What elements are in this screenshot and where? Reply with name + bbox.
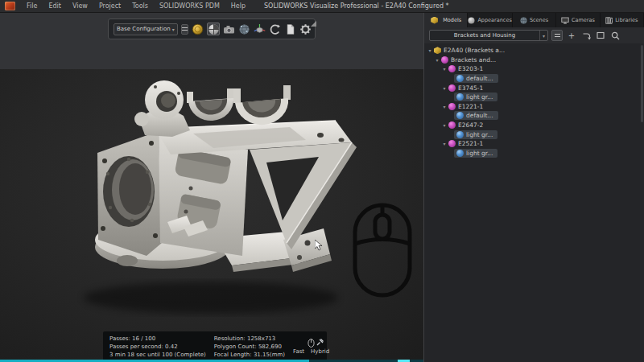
tree-item-appearance[interactable]: light gr... <box>424 130 644 139</box>
cameras-monitor-icon <box>561 17 569 24</box>
tree-item-root[interactable]: ▾ E2A40 (Brackets a... <box>424 46 644 56</box>
camera-icon[interactable] <box>223 23 235 35</box>
tree-item-part[interactable]: ▾ E2521-1 <box>424 139 644 149</box>
menu-edit[interactable]: Edit <box>48 2 61 10</box>
stats-passes-column: Passes: 16 / 100 Passes per second: 0.42… <box>109 335 206 359</box>
move-tool-icon[interactable] <box>254 23 266 35</box>
model-set-dropdown[interactable]: Brackets and Housing ▾ <box>429 30 548 41</box>
selected-appearance[interactable]: default... <box>454 111 498 120</box>
appearances-sphere-icon <box>468 17 475 24</box>
tab-libraries[interactable]: Libraries <box>601 13 644 27</box>
tree-item-part[interactable]: ▾ E3203-1 <box>424 64 644 74</box>
appearance-sphere-icon <box>456 112 464 119</box>
menu-view[interactable]: View <box>72 2 88 10</box>
panel-scrollbar[interactable] <box>640 43 644 362</box>
part-sphere-icon <box>448 65 456 72</box>
app-icon <box>5 2 15 10</box>
appearance-ball-icon[interactable] <box>192 23 204 35</box>
window-title: SOLIDWORKS Visualize Professional - E2A4… <box>264 2 449 10</box>
configuration-value: Base Configuration <box>117 26 171 32</box>
toolbar-detach-arrow-icon[interactable] <box>311 14 316 30</box>
toolbar-strip: Base Configuration ▾ <box>0 13 423 69</box>
split-sphere-tool-icon[interactable] <box>207 23 220 35</box>
appearance-sphere-icon <box>456 93 464 101</box>
menu-file[interactable]: File <box>27 2 37 10</box>
menu-tools[interactable]: Tools <box>132 2 148 10</box>
copy-to-set-button[interactable] <box>580 30 592 41</box>
expand-arrow-icon[interactable]: ▾ <box>441 66 448 72</box>
stat-polygon-count: Polygon Count: 582,690 <box>214 343 285 351</box>
menu-solidworks-pdm[interactable]: SOLIDWORKS PDM <box>159 2 220 10</box>
tree-item-part[interactable]: ▾ E2647-2 <box>424 121 644 130</box>
appearance-sphere-icon <box>456 75 464 82</box>
environment-globe-icon[interactable] <box>238 23 250 35</box>
libraries-books-icon <box>605 17 613 24</box>
mini-mouse-icon <box>308 339 315 348</box>
tree-item-part[interactable]: ▾ E1221-1 <box>424 102 644 112</box>
snapshot-page-icon[interactable] <box>284 23 296 35</box>
palette-tabs: Models Appearances Scenes Cameras Librar… <box>424 13 644 27</box>
rotate-view-icon[interactable] <box>269 23 281 35</box>
render-settings-gear-icon[interactable] <box>299 23 312 35</box>
appearance-sphere-icon <box>456 150 464 157</box>
part-sphere-icon <box>448 103 456 110</box>
stat-resolution: Resolution: 1258x713 <box>214 335 285 343</box>
model-sets-menu-button[interactable] <box>551 30 563 41</box>
chevron-down-icon: ▾ <box>172 27 175 32</box>
menu-project[interactable]: Project <box>99 2 121 10</box>
expand-arrow-icon[interactable]: ▾ <box>441 141 448 146</box>
search-button[interactable] <box>609 30 621 41</box>
tree-item-appearance[interactable]: light gr... <box>424 149 644 158</box>
mouse-hint-icon <box>352 202 413 298</box>
model-tree: ▾ E2A40 (Brackets a... ▾ Brackets and...… <box>424 43 644 362</box>
add-model-set-button[interactable]: + <box>566 30 577 41</box>
menu-help[interactable]: Help <box>231 2 246 10</box>
tree-item-group[interactable]: ▾ Brackets and... <box>424 56 644 65</box>
right-panel: Models Appearances Scenes Cameras Librar… <box>423 13 644 362</box>
expand-arrow-icon[interactable]: ▾ <box>434 57 440 63</box>
tab-appearances[interactable]: Appearances <box>468 13 512 27</box>
mouse-cursor <box>315 240 323 251</box>
tree-item-appearance[interactable]: light gr... <box>424 93 644 102</box>
appearance-sphere-icon <box>456 131 464 138</box>
selected-appearance[interactable]: light gr... <box>454 93 497 101</box>
tree-item-appearance[interactable]: default... <box>424 111 644 121</box>
model-set-value: Brackets and Housing <box>430 32 539 39</box>
render-mode-fast[interactable]: Fast <box>293 348 304 356</box>
part-sphere-icon <box>448 140 456 147</box>
selected-appearance[interactable]: default... <box>454 74 498 83</box>
stats-scene-column: Resolution: 1258x713 Polygon Count: 582,… <box>214 335 285 359</box>
configuration-options-button[interactable] <box>181 24 188 35</box>
scenes-globe-icon <box>520 17 527 24</box>
expand-arrow-icon[interactable]: ▾ <box>441 122 448 128</box>
pin-icon[interactable] <box>316 334 324 349</box>
menu-bar: File Edit View Project Tools SOLIDWORKS … <box>0 0 644 13</box>
tab-models[interactable]: Models <box>424 13 468 27</box>
expand-arrow-icon[interactable]: ▾ <box>441 85 448 91</box>
chevron-down-icon: ▾ <box>539 31 547 40</box>
models-cube-icon <box>431 17 438 24</box>
render-mode-column: Fast Hybrid <box>293 335 329 359</box>
stat-passes-per-second: Passes per second: 0.42 <box>109 343 206 351</box>
main-area: Base Configuration ▾ <box>0 13 423 362</box>
tree-item-appearance[interactable]: default... <box>424 74 644 84</box>
new-folder-button[interactable] <box>595 30 606 41</box>
selected-appearance[interactable]: light gr... <box>454 149 497 158</box>
model-sets-row: Brackets and Housing ▾ + <box>424 27 644 43</box>
stat-passes: Passes: 16 / 100 <box>109 335 206 343</box>
configuration-dropdown[interactable]: Base Configuration ▾ <box>114 23 178 35</box>
tab-scenes[interactable]: Scenes <box>513 13 556 27</box>
part-sphere-icon <box>448 121 456 129</box>
expand-arrow-icon[interactable]: ▾ <box>427 47 433 53</box>
expand-arrow-icon[interactable]: ▾ <box>441 104 448 109</box>
main-toolbar: Base Configuration ▾ <box>108 19 316 39</box>
tab-cameras[interactable]: Cameras <box>556 13 600 27</box>
viewport-3d[interactable]: Passes: 16 / 100 Passes per second: 0.42… <box>0 69 423 362</box>
tree-item-part[interactable]: ▾ E3745-1 <box>424 83 644 93</box>
model-sphere-icon <box>441 56 448 64</box>
selected-appearance[interactable]: light gr... <box>454 130 497 139</box>
project-cube-icon <box>434 47 441 54</box>
part-sphere-icon <box>448 84 456 92</box>
stat-focal-length: Focal Length: 31.15(mm) <box>214 352 285 359</box>
render-stats-overlay: Passes: 16 / 100 Passes per second: 0.42… <box>103 331 327 362</box>
